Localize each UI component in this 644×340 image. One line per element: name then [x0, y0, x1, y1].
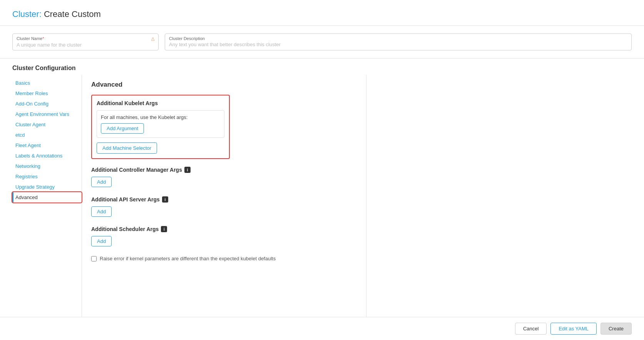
api-server-section: Additional API Server Args i Add — [91, 196, 357, 217]
kubelet-args-inner: For all machines, use the Kubelet args: … — [97, 110, 224, 138]
sidebar-item-advanced[interactable]: Advanced — [12, 192, 82, 203]
sidebar: Basics Member Roles Add-On Config Agent … — [12, 75, 82, 317]
sidebar-item-member-roles[interactable]: Member Roles — [12, 88, 82, 99]
edit-as-yaml-button[interactable]: Edit as YAML — [550, 323, 597, 335]
right-panel — [366, 75, 632, 317]
cluster-name-label: Cluster Name* △ — [17, 36, 154, 41]
sidebar-item-basics[interactable]: Basics — [12, 78, 82, 88]
sidebar-item-addon-config[interactable]: Add-On Config — [12, 99, 82, 109]
kubelet-args-box: Additional Kubelet Args For all machines… — [91, 95, 230, 159]
api-server-header: Additional API Server Args i — [91, 196, 357, 203]
sidebar-item-agent-env-vars[interactable]: Agent Environment Vars — [12, 109, 82, 119]
kernel-params-checkbox[interactable] — [91, 256, 97, 261]
create-button[interactable]: Create — [601, 323, 632, 335]
kernel-params-label: Raise error if kernel parameters are dif… — [100, 256, 276, 261]
cluster-name-input[interactable] — [17, 42, 154, 48]
sidebar-item-cluster-agent[interactable]: Cluster Agent — [12, 119, 82, 130]
sidebar-item-labels-annotations[interactable]: Labels & Annotations — [12, 151, 82, 161]
sidebar-item-upgrade-strategy[interactable]: Upgrade Strategy — [12, 182, 82, 192]
kubelet-args-description: For all machines, use the Kubelet args: — [101, 114, 220, 120]
add-argument-button[interactable]: Add Argument — [101, 123, 144, 134]
add-machine-selector-button[interactable]: Add Machine Selector — [97, 142, 157, 154]
main-layout: Basics Member Roles Add-On Config Agent … — [0, 75, 644, 317]
page-title: Cluster: Create Custom — [12, 9, 632, 19]
form-top: Cluster Name* △ Cluster Description — [0, 26, 644, 59]
kubelet-args-title: Additional Kubelet Args — [97, 100, 224, 106]
sidebar-item-fleet-agent[interactable]: Fleet Agent — [12, 140, 82, 151]
page-header: Cluster: Create Custom — [0, 0, 644, 26]
cluster-desc-field[interactable]: Cluster Description — [165, 33, 632, 50]
api-server-add-button[interactable]: Add — [91, 206, 112, 217]
scheduler-info-icon: i — [161, 226, 167, 232]
scheduler-title: Additional Scheduler Args — [91, 226, 159, 232]
controller-manager-info-icon: i — [184, 167, 191, 173]
content-area: Advanced Additional Kubelet Args For all… — [82, 75, 366, 317]
kernel-params-checkbox-row: Raise error if kernel parameters are dif… — [91, 256, 357, 261]
cluster-config-section: Cluster Configuration — [0, 59, 644, 75]
sidebar-item-registries[interactable]: Registries — [12, 171, 82, 182]
advanced-section-title: Advanced — [91, 81, 357, 89]
controller-manager-header: Additional Controller Manager Args i — [91, 167, 357, 173]
sidebar-item-etcd[interactable]: etcd — [12, 130, 82, 140]
scheduler-add-button[interactable]: Add — [91, 236, 112, 246]
cluster-desc-input[interactable] — [169, 42, 627, 47]
api-server-info-icon: i — [162, 196, 168, 203]
controller-manager-add-button[interactable]: Add — [91, 177, 112, 187]
controller-manager-title: Additional Controller Manager Args — [91, 167, 182, 173]
controller-manager-section: Additional Controller Manager Args i Add — [91, 167, 357, 187]
scheduler-header: Additional Scheduler Args i — [91, 226, 357, 232]
sidebar-item-networking[interactable]: Networking — [12, 161, 82, 171]
api-server-title: Additional API Server Args — [91, 196, 160, 203]
footer-bar: Cancel Edit as YAML Create — [0, 317, 644, 340]
cluster-config-title: Cluster Configuration — [12, 65, 632, 72]
cluster-name-field[interactable]: Cluster Name* △ — [12, 33, 159, 50]
cancel-button[interactable]: Cancel — [515, 323, 547, 335]
scheduler-section: Additional Scheduler Args i Add — [91, 226, 357, 246]
cluster-desc-label: Cluster Description — [169, 36, 627, 41]
